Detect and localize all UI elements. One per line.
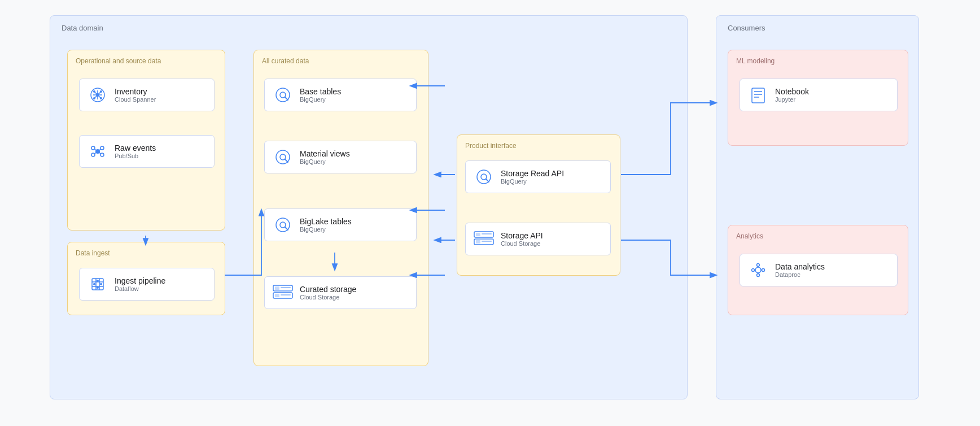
notebook-subtitle: Jupyter (775, 96, 809, 103)
operational-box: Operational and source data (67, 50, 225, 231)
all-curated-label: All curated data (262, 57, 309, 65)
inventory-subtitle: Cloud Spanner (115, 96, 156, 103)
bigquery-icon-4 (474, 167, 494, 187)
storage-api-title: Storage API (501, 231, 543, 240)
diagram-wrapper: Data domain Operational and source data (50, 15, 930, 411)
inventory-card: Inventory Cloud Spanner (79, 79, 215, 111)
svg-rect-44 (275, 294, 279, 297)
storage-api-text: Storage API Cloud Storage (501, 231, 543, 247)
svg-rect-45 (281, 294, 291, 295)
product-interface-label: Product interface (465, 142, 517, 150)
cloud-storage-icon-1 (273, 282, 293, 303)
all-curated-box: All curated data Base tables BigQuery (253, 50, 428, 366)
dataflow-icon (88, 274, 108, 294)
cloud-spanner-icon (88, 85, 108, 105)
svg-point-24 (93, 283, 95, 285)
svg-point-35 (287, 161, 288, 163)
svg-line-17 (95, 153, 96, 154)
svg-line-30 (285, 97, 288, 100)
svg-rect-51 (476, 233, 480, 236)
svg-line-16 (99, 149, 100, 150)
consumers-label: Consumers (728, 24, 765, 32)
inventory-title: Inventory (115, 87, 156, 96)
raw-events-subtitle: Pub/Sub (115, 153, 156, 159)
svg-line-38 (285, 227, 288, 230)
svg-rect-55 (482, 241, 492, 242)
data-ingest-box: Data ingest (67, 242, 225, 315)
notebook-text: Notebook Jupyter (775, 87, 809, 103)
data-analytics-text: Data analytics Dataproc (775, 262, 825, 278)
data-analytics-subtitle: Dataproc (775, 271, 825, 278)
svg-point-13 (91, 153, 95, 157)
svg-point-14 (100, 153, 104, 157)
ingest-pipeline-title: Ingest pipeline (115, 276, 165, 285)
material-views-card: Material views BigQuery (264, 141, 417, 173)
product-interface-box: Product interface Storage Read API BigQu… (457, 134, 620, 276)
notebook-card: Notebook Jupyter (740, 79, 898, 111)
consumers-box: Consumers ML modeling Notebook Jupyter (716, 15, 919, 399)
svg-rect-56 (752, 88, 764, 103)
bigquery-icon-3 (273, 215, 293, 235)
svg-point-6 (93, 90, 95, 93)
ingest-pipeline-subtitle: Dataflow (115, 285, 165, 292)
material-views-title: Material views (300, 149, 350, 158)
ingest-pipeline-text: Ingest pipeline Dataflow (115, 276, 165, 292)
curated-storage-card: Curated storage Cloud Storage (264, 276, 417, 309)
biglake-tables-card: BigLake tables BigQuery (264, 208, 417, 241)
data-analytics-card: Data analytics Dataproc (740, 254, 898, 286)
svg-point-25 (97, 280, 99, 282)
material-views-text: Material views BigQuery (300, 149, 350, 165)
data-ingest-label: Data ingest (76, 249, 110, 257)
jupyter-icon (748, 85, 768, 105)
base-tables-card: Base tables BigQuery (264, 79, 417, 111)
ml-modeling-box: ML modeling Notebook Jupyter (728, 50, 908, 146)
inventory-text: Inventory Cloud Spanner (115, 87, 156, 103)
ml-modeling-label: ML modeling (736, 57, 775, 65)
svg-point-26 (100, 283, 102, 285)
raw-events-text: Raw events Pub/Sub (115, 144, 156, 159)
storage-api-card: Storage API Cloud Storage (465, 223, 611, 255)
curated-storage-text: Curated storage Cloud Storage (300, 285, 356, 301)
material-views-subtitle: BigQuery (300, 158, 350, 165)
svg-point-61 (757, 264, 760, 267)
svg-rect-54 (476, 240, 480, 244)
data-domain-box: Data domain Operational and source data (50, 15, 688, 399)
svg-point-49 (488, 181, 489, 182)
biglake-tables-text: BigLake tables BigQuery (300, 217, 352, 233)
ingest-pipeline-card: Ingest pipeline Dataflow (79, 268, 215, 301)
svg-point-31 (287, 99, 288, 101)
storage-api-subtitle: Cloud Storage (501, 240, 543, 247)
analytics-label: Analytics (736, 232, 763, 240)
svg-rect-52 (482, 233, 492, 234)
raw-events-title: Raw events (115, 144, 156, 153)
svg-point-8 (93, 97, 95, 99)
raw-events-card: Raw events Pub/Sub (79, 135, 215, 168)
analytics-box: Analytics (728, 225, 908, 315)
svg-line-48 (486, 179, 489, 182)
svg-point-62 (757, 274, 760, 277)
svg-point-27 (97, 286, 99, 289)
bigquery-icon-2 (273, 147, 293, 167)
svg-line-18 (99, 153, 100, 154)
bigquery-icon-1 (273, 85, 293, 105)
data-analytics-title: Data analytics (775, 262, 825, 271)
dataproc-icon (748, 260, 768, 280)
pubsub-icon (88, 141, 108, 162)
svg-point-12 (100, 146, 104, 150)
curated-storage-subtitle: Cloud Storage (300, 294, 356, 301)
svg-point-7 (100, 90, 102, 93)
svg-point-39 (287, 229, 288, 231)
svg-point-64 (762, 269, 765, 272)
svg-rect-41 (275, 286, 279, 290)
storage-read-api-title: Storage Read API (501, 169, 564, 178)
cloud-storage-icon-2 (474, 229, 494, 249)
base-tables-subtitle: BigQuery (300, 96, 341, 103)
notebook-title: Notebook (775, 87, 809, 96)
operational-label: Operational and source data (76, 57, 161, 65)
svg-point-5 (96, 93, 99, 97)
data-domain-label: Data domain (62, 24, 103, 32)
storage-read-api-subtitle: BigQuery (501, 178, 564, 185)
base-tables-text: Base tables BigQuery (300, 87, 341, 103)
svg-point-9 (100, 97, 102, 99)
storage-read-api-card: Storage Read API BigQuery (465, 160, 611, 193)
